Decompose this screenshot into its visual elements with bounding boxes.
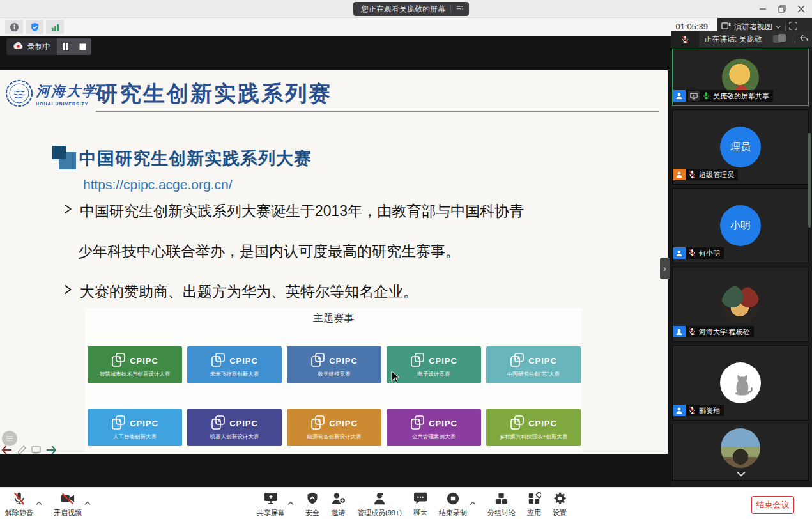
participant-tile[interactable] <box>672 424 809 481</box>
card-brand: CPIPC <box>528 419 557 428</box>
theme-competitions-title: 主题赛事 <box>85 312 582 325</box>
more-participants-chevron-icon[interactable] <box>673 468 809 479</box>
participant-name: 超级管理员 <box>699 170 734 180</box>
banner-divider <box>450 5 451 13</box>
viewing-banner-text: 您正在观看吴庞敬的屏幕 <box>361 4 445 15</box>
participant-tile[interactable]: 吴庞敬的屏幕共享 <box>672 49 809 106</box>
restore-button[interactable] <box>772 0 792 18</box>
toolbar-button-security[interactable]: 安全 <box>305 492 319 518</box>
layout-switch-icon[interactable] <box>772 34 788 44</box>
competition-card: CPIPC 未来飞行器创新大赛 <box>187 346 282 383</box>
toolbar-options-chevron[interactable] <box>470 497 476 508</box>
screen-icon[interactable] <box>31 445 41 457</box>
participant-label: 何小明 <box>673 247 724 259</box>
toolbar-button-label: 安全 <box>305 508 319 518</box>
card-brand: CPIPC <box>329 356 358 366</box>
toolbar-button-label: 结束录制 <box>439 508 467 518</box>
cpipc-logo-icon <box>510 415 525 433</box>
bullet-arrow-icon <box>63 282 73 297</box>
participants-sidebar: 正在讲话: 吴庞敬 吴庞敬的屏幕共享 理员 超级管理员 <box>671 31 812 487</box>
previous-slide-icon[interactable] <box>1 445 12 457</box>
participant-role-icon <box>673 169 686 180</box>
pen-icon[interactable] <box>17 445 26 457</box>
toolbar-options-chevron[interactable] <box>287 497 294 508</box>
unmute-label: 解除静音 <box>5 508 33 518</box>
slide-heading: 中国研究生创新实践系列大赛 <box>79 147 312 170</box>
toolbar-button-invite[interactable]: 邀请 <box>331 492 346 518</box>
recording-status: 录制中 <box>6 38 57 55</box>
recording-controls <box>57 38 91 55</box>
participant-label: 吴庞敬的屏幕共享 <box>673 90 773 102</box>
sidebar-scrollbar[interactable] <box>808 133 811 228</box>
annotation-menu-icon[interactable] <box>2 431 17 446</box>
apps-icon <box>527 492 541 507</box>
minimize-button[interactable] <box>753 0 772 18</box>
photo-avatar <box>721 428 760 468</box>
cat-avatar <box>720 362 761 403</box>
mic-muted-icon <box>688 249 696 258</box>
viewing-banner[interactable]: 您正在观看吴庞敬的屏幕 <box>353 2 469 16</box>
competition-card: CPIPC 人工智能创新大赛 <box>88 409 182 446</box>
bullet-arrow-icon <box>63 201 73 217</box>
encryption-shield-button[interactable] <box>26 20 43 34</box>
competition-card: CPIPC 数学建模竞赛 <box>287 346 381 383</box>
video-options-chevron[interactable] <box>84 497 91 508</box>
chat-icon <box>413 492 427 506</box>
participant-tile[interactable]: 郦资翔 <box>672 345 809 421</box>
meeting-window: 您正在观看吴庞敬的屏幕 01:05:39 演讲者视图 录制中 <box>0 0 812 519</box>
cpipc-logo-icon <box>111 352 126 370</box>
self-muted-mic-icon[interactable] <box>671 31 699 47</box>
view-mode-caret-icon[interactable] <box>776 22 781 31</box>
header-divider <box>795 35 795 43</box>
toolbar-button-label: 管理成员(99+) <box>357 508 402 518</box>
participant-tile[interactable]: 理员 超级管理员 <box>672 109 809 185</box>
unmute-button[interactable]: 解除静音 <box>5 492 33 518</box>
toolbar-button-breakout[interactable]: 分组讨论 <box>487 492 516 518</box>
stop-recording-button[interactable] <box>74 38 91 55</box>
banner-menu-icon[interactable] <box>456 4 464 14</box>
toolbar-button-label: 共享屏幕 <box>257 508 285 518</box>
cpipc-logo-icon <box>211 352 226 370</box>
pause-recording-button[interactable] <box>57 38 74 55</box>
muted-mic-icon <box>12 492 26 507</box>
participant-name: 河海大学 程杨砼 <box>699 327 750 337</box>
sidebar-collapse-tab[interactable]: › <box>660 258 670 279</box>
meeting-timer: 01:05:39 <box>675 22 708 31</box>
window-controls <box>753 0 811 18</box>
toolbar-left-group: 解除静音 开启视频 <box>5 492 91 518</box>
title-divider <box>96 111 659 112</box>
toolbar-button-participants[interactable]: 管理成员(99+) <box>357 492 402 518</box>
start-video-button[interactable]: 开启视频 <box>54 492 82 518</box>
tiger-avatar <box>721 285 760 323</box>
toolbar-button-apps[interactable]: 应用 <box>527 492 541 518</box>
initials-avatar: 理员 <box>720 127 761 167</box>
hohai-name-cn: 河海大学 <box>36 82 97 101</box>
toolbar-button-share-screen[interactable]: 共享屏幕 <box>257 492 285 518</box>
collapse-panel-icon[interactable] <box>799 35 808 44</box>
recording-status-text: 录制中 <box>27 42 50 52</box>
participant-tile[interactable]: 河海大学 程杨砼 <box>672 267 809 342</box>
card-name: 未来飞行器创新大赛 <box>210 371 259 378</box>
end-meeting-button[interactable]: 结束会议 <box>751 496 794 514</box>
participant-name: 郦资翔 <box>699 406 720 415</box>
participant-role-icon <box>673 405 686 416</box>
hohai-name-en: HOHAI UNIVERSITY <box>36 102 97 106</box>
card-name: 人工智能创新大赛 <box>113 433 157 441</box>
meeting-info-button[interactable] <box>5 20 23 34</box>
security-icon <box>306 492 319 507</box>
settings-button[interactable]: 设置 <box>553 492 567 518</box>
network-signal-button[interactable] <box>46 20 64 34</box>
card-brand: CPIPC <box>429 419 457 428</box>
settings-icon <box>553 492 567 507</box>
close-button[interactable] <box>792 0 811 18</box>
toolbar-button-stop-record[interactable]: 结束录制 <box>439 492 467 518</box>
heading-square-decoration <box>52 146 78 171</box>
card-brand: CPIPC <box>130 419 158 428</box>
toolbar-button-chat[interactable]: 聊天 <box>413 492 427 517</box>
next-slide-icon[interactable] <box>46 445 57 457</box>
cloud-recording-icon <box>13 42 24 52</box>
mic-options-chevron[interactable] <box>36 497 42 508</box>
participant-role-icon <box>673 90 686 102</box>
card-brand: CPIPC <box>528 356 557 366</box>
participant-tile[interactable]: 小明 何小明 <box>672 188 809 263</box>
